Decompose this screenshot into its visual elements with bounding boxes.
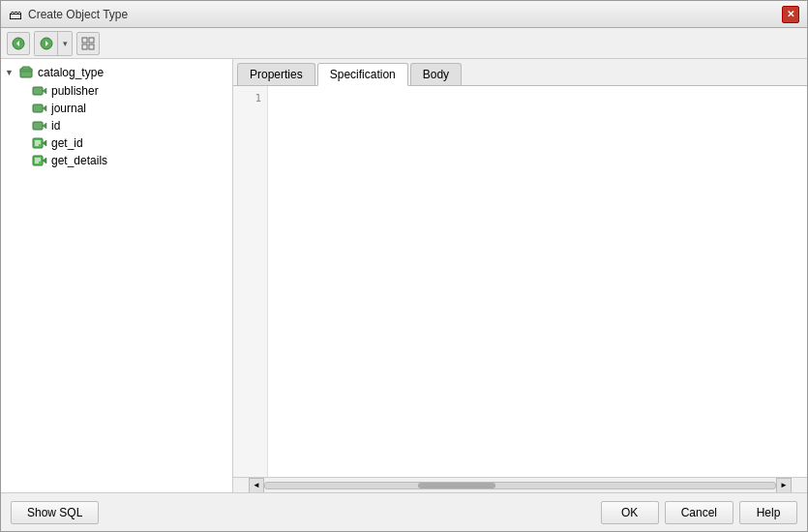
show-sql-button[interactable]: Show SQL bbox=[11, 501, 99, 524]
arrow-forward-icon bbox=[40, 37, 53, 50]
tab-specification[interactable]: Specification bbox=[317, 63, 408, 86]
tree-item-id[interactable]: id bbox=[1, 117, 232, 134]
tab-body[interactable]: Body bbox=[410, 63, 462, 85]
cancel-button[interactable]: Cancel bbox=[665, 501, 733, 524]
bottom-bar: Show SQL OK Cancel Help bbox=[1, 492, 807, 531]
svg-marker-14 bbox=[43, 105, 46, 111]
toolbar-back-button[interactable] bbox=[7, 32, 30, 55]
toolbar-dropdown-button[interactable]: ▾ bbox=[58, 32, 72, 55]
bottom-right: OK Cancel Help bbox=[601, 501, 797, 524]
tree-item-label: journal bbox=[51, 102, 86, 115]
tree-item-journal[interactable]: journal bbox=[1, 100, 232, 117]
line-numbers: 1 bbox=[233, 86, 268, 477]
svg-rect-15 bbox=[33, 122, 43, 130]
arrow-back-icon bbox=[12, 37, 25, 50]
toolbar-grid-button[interactable] bbox=[76, 32, 100, 55]
grid-icon bbox=[81, 37, 95, 50]
tree-item-publisher[interactable]: publisher bbox=[1, 82, 232, 100]
svg-marker-12 bbox=[43, 88, 46, 94]
tab-bar: Properties Specification Body bbox=[233, 59, 807, 86]
svg-rect-11 bbox=[33, 87, 43, 95]
tree-root-item[interactable]: ▼ catalog_type bbox=[1, 63, 232, 82]
title-bar-left: 🗃 Create Object Type bbox=[9, 7, 128, 22]
id-icon bbox=[32, 119, 47, 133]
close-button[interactable]: ✕ bbox=[782, 6, 799, 23]
publisher-icon bbox=[32, 84, 47, 98]
editor-content[interactable] bbox=[268, 86, 807, 477]
scroll-right-button[interactable]: ► bbox=[776, 478, 792, 493]
h-scrollbar: ◄ ► bbox=[233, 477, 807, 492]
tree-item-label: id bbox=[51, 119, 60, 133]
left-panel: ▼ catalog_type pub bbox=[1, 59, 233, 492]
bottom-left: Show SQL bbox=[11, 501, 99, 524]
svg-rect-6 bbox=[82, 44, 87, 49]
svg-marker-16 bbox=[43, 123, 46, 129]
right-panel: Properties Specification Body 1 ◄ ► bbox=[233, 59, 807, 492]
tab-properties[interactable]: Properties bbox=[237, 63, 315, 85]
h-scrollbar-track[interactable] bbox=[264, 482, 776, 489]
tree-item-get-id[interactable]: get_id bbox=[1, 134, 232, 152]
h-scrollbar-thumb[interactable] bbox=[418, 483, 495, 488]
editor-area: 1 bbox=[233, 86, 807, 477]
content-area: ▼ catalog_type pub bbox=[1, 59, 807, 492]
svg-rect-5 bbox=[89, 38, 94, 43]
ok-button[interactable]: OK bbox=[601, 501, 659, 524]
tree-root-label: catalog_type bbox=[38, 66, 104, 79]
svg-rect-7 bbox=[89, 44, 94, 49]
title-bar: 🗃 Create Object Type ✕ bbox=[1, 1, 807, 28]
scroll-left-button[interactable]: ◄ bbox=[249, 478, 264, 493]
svg-marker-18 bbox=[43, 140, 46, 146]
tree-item-label: publisher bbox=[51, 84, 99, 98]
svg-rect-13 bbox=[33, 104, 43, 112]
get-id-icon bbox=[32, 136, 47, 150]
line-number-1: 1 bbox=[233, 90, 267, 107]
catalog-type-icon bbox=[18, 65, 34, 80]
toolbar-nav-group: ▾ bbox=[34, 31, 73, 56]
dialog-icon: 🗃 bbox=[9, 7, 22, 22]
tree-item-label: get_id bbox=[51, 136, 83, 150]
toolbar-forward-button[interactable] bbox=[35, 32, 58, 55]
tree-item-get-details[interactable]: get_details bbox=[1, 152, 232, 169]
svg-marker-23 bbox=[43, 158, 46, 163]
svg-rect-4 bbox=[82, 38, 87, 43]
dialog-title: Create Object Type bbox=[28, 8, 128, 21]
toolbar: ▾ bbox=[1, 28, 807, 59]
journal-icon bbox=[32, 102, 47, 115]
tree-item-label: get_details bbox=[51, 154, 107, 167]
help-button[interactable]: Help bbox=[739, 501, 797, 524]
expand-icon: ▼ bbox=[5, 68, 15, 77]
svg-rect-10 bbox=[20, 69, 32, 72]
get-details-icon bbox=[32, 154, 47, 167]
dialog: 🗃 Create Object Type ✕ ▾ bbox=[0, 0, 808, 532]
